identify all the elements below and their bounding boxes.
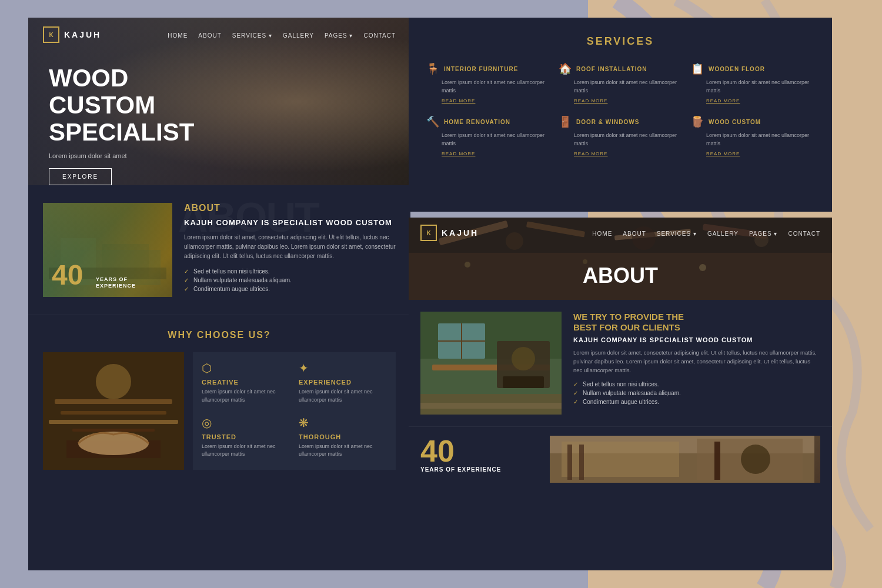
creative-icon: ⬡	[202, 361, 290, 375]
service-door-windows: 🚪 DOOR & WINDOWS Lorem ipsum dolor sit a…	[559, 115, 682, 156]
about-page-text: WE TRY TO PROVIDE THE BEST FOR OUR CLIEN…	[573, 312, 820, 415]
door-windows-readmore[interactable]: READ MORE	[559, 151, 682, 156]
about-nav-links: HOME ABOUT SERVICES GALLERY PAGES CONTAC…	[592, 228, 820, 238]
home-renovation-readmore[interactable]: READ MORE	[426, 151, 550, 156]
years-image	[550, 436, 820, 483]
check-item-1: Sed et tellus non nisi ultrices.	[184, 268, 396, 275]
svg-point-32	[512, 347, 535, 370]
check-item-2: Nullam vulputate malesuada aliquam.	[184, 277, 396, 283]
roof-installation-name: ROOF INSTALLATION	[576, 66, 647, 72]
why-grid: ⬡ CREATIVE Lorem ipsum dolor sit amet ne…	[193, 352, 396, 470]
about-nav-contact[interactable]: CONTACT	[788, 230, 820, 237]
service-wood-custom: 🪵 WOOD CUSTOM Lorem ipsum dolor sit amet…	[691, 115, 814, 156]
svg-rect-9	[72, 429, 155, 432]
about-logo-text: KAJUH	[442, 228, 479, 238]
wood-custom-icon: 🪵	[691, 115, 704, 128]
logo[interactable]: K KAJUH	[43, 26, 101, 43]
nav-services[interactable]: SERVICES	[232, 32, 272, 39]
door-windows-name: DOOR & WINDOWS	[576, 119, 639, 125]
roof-installation-readmore[interactable]: READ MORE	[559, 98, 682, 103]
logo-icon: K	[43, 26, 59, 43]
roof-installation-desc: Lorem ipsum dolor sit amet nec ullamcorp…	[559, 79, 682, 95]
svg-rect-33	[503, 376, 544, 388]
home-renovation-name: HOME RENOVATION	[444, 119, 510, 125]
about-page-card: K KAJUH HOME ABOUT SERVICES GALLERY PAGE…	[409, 218, 832, 570]
experienced-icon: ✦	[299, 361, 387, 375]
why-item-thorough: ❋ THOROUGH Lorem ipsum dolor sit amet ne…	[299, 416, 387, 462]
wood-custom-name: WOOD CUSTOM	[709, 119, 761, 125]
navbar: K KAJUH HOME ABOUT SERVICES GALLERY PAGE…	[28, 18, 410, 52]
years-left: 40 YEARS OF EXPERIENCE	[420, 436, 538, 473]
nav-links: HOME ABOUT SERVICES GALLERY PAGES CONTAC…	[168, 29, 396, 40]
why-creative-title: CREATIVE	[202, 379, 290, 386]
about-nav-services[interactable]: SERVICES	[657, 230, 697, 237]
wood-custom-readmore[interactable]: READ MORE	[691, 151, 814, 156]
wooden-floor-readmore[interactable]: READ MORE	[691, 98, 814, 103]
about-nav-home[interactable]: HOME	[592, 230, 612, 237]
svg-rect-6	[55, 399, 172, 404]
services-grid: 🪑 INTERIOR FURNITURE Lorem ipsum dolor s…	[426, 62, 814, 156]
interior-furniture-desc: Lorem ipsum dolor sit amet nec ullamcorp…	[426, 79, 550, 95]
why-experienced-desc: Lorem ipsum dolor sit amet nec ullamcorp…	[299, 388, 387, 404]
about-logo[interactable]: K KAJUH	[420, 225, 479, 241]
about-watermark: ABOUT	[178, 194, 319, 241]
why-trusted-desc: Lorem ipsum dolor sit amet nec ullamcorp…	[202, 443, 290, 459]
service-interior-furniture: 🪑 INTERIOR FURNITURE Lorem ipsum dolor s…	[426, 62, 550, 103]
service-home-renovation: 🔨 HOME RENOVATION Lorem ipsum dolor sit …	[426, 115, 550, 156]
about-page-desc: Lorem ipsum dolor sit amet, consectetur …	[573, 348, 820, 375]
nav-contact[interactable]: CONTACT	[363, 32, 396, 39]
thorough-icon: ❋	[299, 416, 387, 430]
about-check-2: Nullam vulputate malesuada aliquam.	[573, 390, 820, 396]
about-big-title: WE TRY TO PROVIDE THE BEST FOR OUR CLIEN…	[573, 312, 820, 333]
nav-pages[interactable]: PAGES	[325, 32, 353, 39]
wood-custom-desc: Lorem ipsum dolor sit amet nec ullamcorp…	[691, 132, 814, 148]
interior-furniture-name: INTERIOR FURNITURE	[444, 66, 518, 72]
about-page-navbar: K KAJUH HOME ABOUT SERVICES GALLERY PAGE…	[409, 218, 832, 248]
hero-subtitle: Lorem ipsum dolor sit amet	[46, 152, 393, 159]
trusted-icon: ◎	[202, 416, 290, 430]
about-page-image	[420, 312, 562, 415]
service-roof-installation: 🏠 ROOF INSTALLATION Lorem ipsum dolor si…	[559, 62, 682, 103]
about-nav-gallery[interactable]: GALLERY	[707, 230, 739, 237]
about-company-label: KAJUH COMPANY IS SPECIALIST WOOD CUSTOM	[573, 336, 820, 343]
about-page-body: WE TRY TO PROVIDE THE BEST FOR OUR CLIEN…	[409, 300, 832, 426]
svg-rect-7	[61, 411, 166, 415]
left-panel: K KAJUH HOME ABOUT SERVICES GALLERY PAGE…	[28, 18, 410, 570]
why-section: WHY CHOOSE US? ⬡	[28, 315, 410, 485]
wooden-floor-desc: Lorem ipsum dolor sit amet nec ullamcorp…	[691, 79, 814, 95]
services-card: SERVICES 🪑 INTERIOR FURNITURE Lorem ipsu…	[409, 18, 832, 212]
svg-rect-40	[567, 445, 572, 480]
about-section: 40 YEARS OFEXPERIENCE ABOUT ABOUT KAJUH …	[28, 185, 410, 315]
interior-furniture-icon: 🪑	[426, 62, 439, 75]
door-windows-desc: Lorem ipsum dolor sit amet nec ullamcorp…	[559, 132, 682, 148]
home-renovation-desc: Lorem ipsum dolor sit amet nec ullamcorp…	[426, 132, 550, 148]
why-item-creative: ⬡ CREATIVE Lorem ipsum dolor sit amet ne…	[202, 361, 290, 407]
about-logo-icon: K	[420, 225, 437, 241]
services-title: SERVICES	[426, 35, 814, 48]
nav-about[interactable]: ABOUT	[198, 32, 221, 39]
nav-home[interactable]: HOME	[168, 32, 188, 39]
about-page-hero: K KAJUH HOME ABOUT SERVICES GALLERY PAGE…	[409, 218, 832, 300]
hero-section: K KAJUH HOME ABOUT SERVICES GALLERY PAGE…	[28, 18, 410, 185]
svg-point-43	[741, 445, 770, 474]
about-check-1: Sed et tellus non nisi ultrices.	[573, 381, 820, 387]
svg-rect-8	[49, 420, 178, 424]
why-image	[43, 352, 184, 470]
about-image: 40 YEARS OFEXPERIENCE	[43, 203, 172, 297]
door-windows-icon: 🚪	[559, 115, 572, 128]
right-panel: SERVICES 🪑 INTERIOR FURNITURE Lorem ipsu…	[409, 18, 832, 570]
nav-gallery[interactable]: GALLERY	[283, 32, 314, 39]
why-content: ⬡ CREATIVE Lorem ipsum dolor sit amet ne…	[43, 352, 396, 470]
service-wooden-floor: 📋 WOODEN FLOOR Lorem ipsum dolor sit ame…	[691, 62, 814, 103]
why-thorough-desc: Lorem ipsum dolor sit amet nec ullamcorp…	[299, 443, 387, 459]
years-label: YEARS OF EXPERIENCE	[420, 466, 538, 473]
interior-furniture-readmore[interactable]: READ MORE	[426, 98, 550, 103]
svg-rect-35	[420, 403, 562, 409]
svg-point-10	[96, 364, 131, 399]
about-nav-about[interactable]: ABOUT	[623, 230, 646, 237]
svg-rect-42	[714, 442, 720, 480]
about-nav-pages[interactable]: PAGES	[749, 230, 778, 237]
why-trusted-title: TRUSTED	[202, 433, 290, 440]
about-checklist: Sed et tellus non nisi ultrices. Nullam …	[184, 268, 396, 292]
explore-button[interactable]: EXPLORE	[49, 168, 112, 185]
